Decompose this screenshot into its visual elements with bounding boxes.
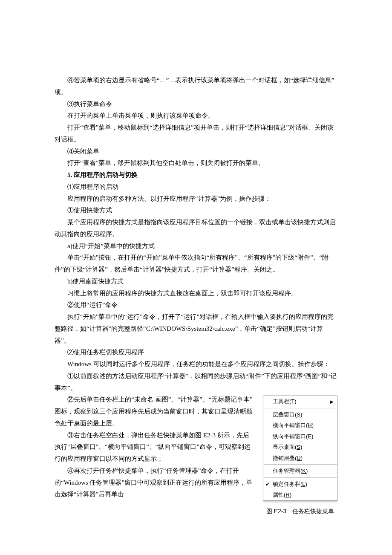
figure-e2-3: 工具栏(T) ▶ 层叠窗口(S) 横向平铺窗口(H) 纵向平铺窗口(E) 显示桌… <box>263 396 337 522</box>
taskbar-context-menu: 工具栏(T) ▶ 层叠窗口(S) 横向平铺窗口(H) 纵向平铺窗口(E) 显示桌… <box>263 396 337 501</box>
document-page: ④若菜单项的右边显示有省略号“…”，表示执行该菜单项将弹出一个对话框，如“选择详… <box>0 0 392 555</box>
para: b)使用桌面快捷方式 <box>55 276 337 288</box>
para: 打开“查看”菜单，移开鼠标到其他空白处单击，则关闭被打开的菜单。 <box>55 157 337 169</box>
menu-item-undo-cascade[interactable]: 撤销层叠(U) <box>263 453 337 464</box>
menu-separator <box>264 408 337 408</box>
para-4: ④若菜单项的右边显示有省略号“…”，表示执行该菜单项将弹出一个对话框，如“选择详… <box>55 75 337 98</box>
menu-item-tile-vertical[interactable]: 纵向平铺窗口(E) <box>263 431 337 442</box>
menu-label: 工具栏(T) <box>273 397 297 406</box>
menu-item-properties[interactable]: 属性(R) <box>263 489 337 500</box>
para: a)使用“开始”菜单中的快捷方式 <box>55 240 337 252</box>
menu-item-show-desktop[interactable]: 显示桌面(S) <box>263 442 337 453</box>
menu-separator <box>264 464 337 465</box>
para: ①以前面叙述的方法启动应用程序“计算器”，以相同的步骤启动“附件”下的应用程序“… <box>55 370 337 394</box>
menu-label: 层叠窗口(S) <box>273 410 302 419</box>
para: ⑵使用任务栏切换应用程序 <box>55 347 337 358</box>
menu-label: 撤销层叠(U) <box>273 454 303 462</box>
menu-label: 属性(R) <box>273 491 291 499</box>
submenu-arrow-icon: ▶ <box>330 399 334 405</box>
figure-wrap: 工具栏(T) ▶ 层叠窗口(S) 横向平铺窗口(H) 纵向平铺窗口(E) 显示桌… <box>55 394 337 524</box>
para: 在打开的菜单上单击菜单项，则执行该菜单项命令。 <box>55 110 337 122</box>
para: ⑴应用程序的启动 <box>55 181 337 193</box>
para: 单击“开始”按钮，在打开的“开始”菜单中依次指向“所有程序”、“所有程序”的下级… <box>55 252 337 276</box>
menu-label: 任务管理器(K) <box>273 467 308 475</box>
para: 打开“查看”菜单，移动鼠标到“选择详细信息”项并单击，则打开“选择详细信息”对话… <box>55 122 337 146</box>
para: 某个应用程序的快捷方式是指指向该应用程序目标位置的一个链接，双击或单击该快捷方式… <box>55 217 337 240</box>
para: Windows 可以同时运行多个应用程序，任务栏的功能是在多个应用程序之间切换。… <box>55 358 337 370</box>
menu-item-task-manager[interactable]: 任务管理器(K) <box>263 465 337 477</box>
para: 习惯上将常用的应用程序的快捷方式直接放在桌面上，双击即可打开该应用程序。 <box>55 288 337 300</box>
para: ①使用快捷方式 <box>55 205 337 217</box>
para-4-heading: ⑷关闭菜单 <box>55 146 337 158</box>
para: 执行“开始”菜单中的“运行”命令，打开了“运行”对话框，在输入框中输入要执行的应… <box>55 311 337 347</box>
menu-item-tile-horizontal[interactable]: 横向平铺窗口(H) <box>263 420 337 431</box>
menu-item-cascade[interactable]: 层叠窗口(S) <box>263 409 337 420</box>
menu-label: 显示桌面(S) <box>273 443 302 451</box>
check-icon: ✔ <box>265 480 270 488</box>
menu-item-toolbar[interactable]: 工具栏(T) ▶ <box>263 396 337 407</box>
para: 应用程序的启动有多种方法。以打开应用程序“计算器”为例，操作步骤： <box>55 193 337 205</box>
heading-5: 5. 应用程序的启动与切换 <box>55 169 337 181</box>
para-3-heading: ⑶执行菜单命令 <box>55 98 337 110</box>
para: ②使用“运行”命令 <box>55 299 337 311</box>
figure-caption: 图 E2-3 任务栏快捷菜单 <box>263 507 337 516</box>
menu-item-lock-taskbar[interactable]: ✔ 锁定任务栏(L) <box>263 479 337 490</box>
menu-label: 锁定任务栏(L) <box>273 480 307 489</box>
menu-label: 横向平铺窗口(H) <box>273 421 314 430</box>
menu-label: 纵向平铺窗口(E) <box>273 432 313 441</box>
menu-separator <box>264 477 337 478</box>
